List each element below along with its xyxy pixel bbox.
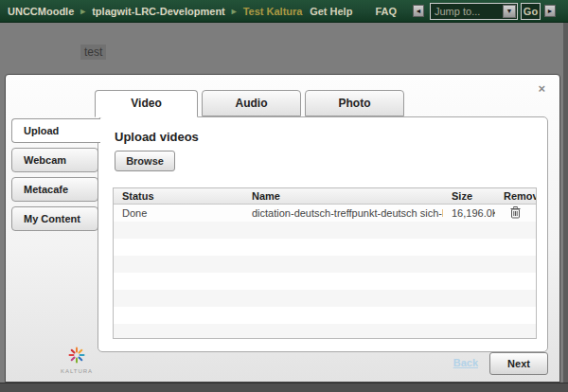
top-navbar: UNCCMoodle ► tplagwit-LRC-Development ► … (0, 0, 568, 23)
kaltura-logo-text: KALTURA (55, 368, 98, 374)
file-status: Done (114, 207, 243, 219)
go-button[interactable]: Go (521, 3, 541, 20)
browse-button[interactable]: Browse (115, 151, 175, 171)
empty-table-row (114, 324, 536, 339)
empty-table-row (114, 256, 536, 273)
sidebar-item-metacafe[interactable]: Metacafe (11, 177, 98, 202)
chevron-down-icon: ▼ (506, 8, 513, 14)
breadcrumb-separator-icon: ► (230, 7, 239, 16)
table-row: Done dictation-deutsch-treffpunkt-deutsc… (114, 205, 536, 222)
breadcrumb-current-page: Test Kaltura (243, 6, 303, 17)
tab-photo[interactable]: Photo (305, 90, 404, 116)
sidebar-item-webcam[interactable]: Webcam (11, 148, 98, 172)
sidebar-item-my-content[interactable]: My Content (11, 206, 98, 231)
empty-table-row (114, 239, 536, 256)
jump-prev-button[interactable]: ◄ (413, 5, 424, 17)
column-header-status: Status (114, 190, 243, 202)
back-button[interactable]: Back (453, 357, 478, 368)
left-arrow-icon: ◄ (416, 8, 422, 14)
column-header-name: Name (243, 190, 443, 202)
window-right-edge (563, 23, 568, 392)
tab-video[interactable]: Video (95, 90, 198, 117)
upload-panel: Upload videos Browse Status Name Size Re… (98, 116, 548, 352)
jump-to-selected-value: Jump to... (435, 6, 480, 17)
trash-icon[interactable] (510, 206, 521, 219)
jump-to-select[interactable]: Jump to... ▼ (430, 3, 518, 20)
kaltura-starburst-icon (68, 347, 85, 364)
kaltura-upload-modal: × Video Audio Photo Upload Webcam Metaca… (5, 74, 560, 383)
topbar-controls: Get Help FAQ ◄ Jump to... ▼ Go ► (310, 3, 568, 20)
source-tabs: Upload Webcam Metacafe My Content (11, 118, 100, 236)
kaltura-logo: KALTURA (55, 347, 98, 374)
column-header-size: Size (443, 190, 495, 202)
empty-table-row (114, 290, 536, 307)
window-bottom-edge (0, 383, 568, 392)
media-type-tabs: Video Audio Photo (95, 90, 404, 117)
screen: UNCCMoodle ► tplagwit-LRC-Development ► … (0, 0, 568, 392)
breadcrumb: UNCCMoodle ► tplagwit-LRC-Development ► … (0, 6, 302, 17)
get-help-link[interactable]: Get Help (310, 6, 352, 17)
faq-link[interactable]: FAQ (375, 6, 397, 17)
activity-title: test (80, 45, 106, 60)
column-header-remove: Remove (495, 190, 536, 202)
next-button[interactable]: Next (489, 352, 548, 375)
jump-next-button[interactable]: ► (544, 5, 556, 17)
empty-table-row (114, 307, 536, 324)
breadcrumb-home-link[interactable]: UNCCMoodle (8, 6, 74, 17)
tab-audio[interactable]: Audio (202, 90, 301, 116)
close-icon[interactable]: × (538, 83, 545, 95)
breadcrumb-separator-icon: ► (79, 7, 87, 16)
select-dropdown-button[interactable]: ▼ (503, 5, 516, 18)
empty-table-row (114, 273, 536, 290)
file-size: 16,196.0KB (443, 207, 495, 219)
file-name: dictation-deutsch-treffpunkt-deutsch sic… (243, 207, 443, 219)
right-arrow-icon: ► (547, 8, 554, 14)
file-table-header: Status Name Size Remove (114, 188, 536, 205)
file-table: Status Name Size Remove Done dictation-d… (113, 187, 537, 339)
breadcrumb-course-link[interactable]: tplagwit-LRC-Development (92, 6, 225, 17)
sidebar-item-upload[interactable]: Upload (11, 118, 100, 143)
panel-heading: Upload videos (115, 130, 199, 144)
empty-table-row (114, 222, 536, 239)
